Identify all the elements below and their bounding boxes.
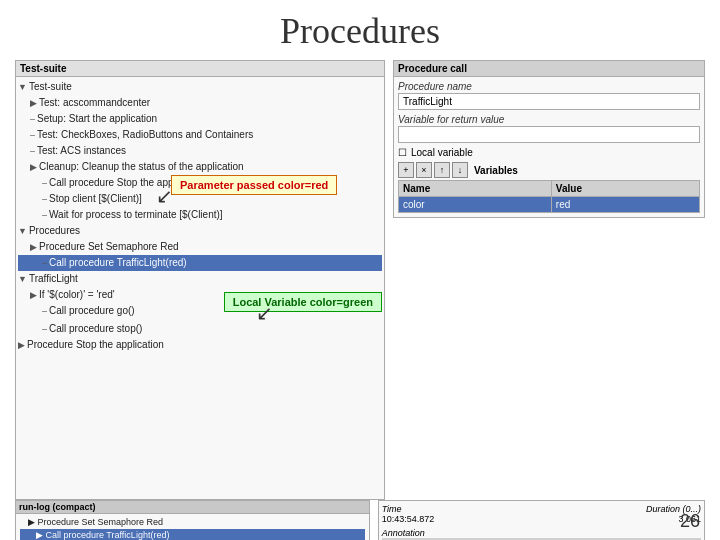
variable-return-value[interactable] <box>398 126 700 143</box>
collapse-icon: ▼ <box>18 272 27 286</box>
tree-item-label: Test-suite <box>29 80 72 94</box>
expand-icon: ▶ <box>30 96 37 110</box>
dash-icon: – <box>42 322 47 336</box>
tree-item[interactable]: – Setup: Start the application <box>18 111 382 127</box>
tree-area: ▼ Test-suite ▶ Test: acscommandcenter – … <box>16 77 384 497</box>
run-log-header: run-log (compact) <box>16 501 369 514</box>
tree-item-label: Procedure Set Semaphore Red <box>39 240 179 254</box>
dash-icon: – <box>42 208 47 222</box>
collapse-icon: ▼ <box>18 224 27 238</box>
test-suite-header: Test-suite <box>16 61 384 77</box>
tree-item-label: Call procedure TrafficLight(red) <box>49 256 187 270</box>
table-row[interactable]: color red <box>399 197 700 213</box>
time-section: Time 10:43:54.872 <box>382 504 435 524</box>
tree-item-label: If '$(color)' = 'red' <box>39 288 115 302</box>
dash-icon: – <box>42 176 47 190</box>
variable-return-label: Variable for return value <box>398 114 700 125</box>
tree-item-label: Procedure Stop the application <box>27 338 164 352</box>
tree-item[interactable]: – Test: CheckBoxes, RadioButtons and Con… <box>18 127 382 143</box>
log-area: ▶ Procedure Set Semaphore Red ▶ Call pro… <box>16 514 369 540</box>
expand-icon: ▶ <box>30 240 37 254</box>
right-panel: Procedure call Procedure name TrafficLig… <box>393 60 705 500</box>
tree-item[interactable]: ▼ Procedures <box>18 223 382 239</box>
page-number: 26 <box>680 511 700 532</box>
tree-item-label: Wait for process to terminate [$(Client)… <box>49 208 223 222</box>
collapse-icon: ▼ <box>18 80 27 94</box>
tree-item-label: Setup: Start the application <box>37 112 157 126</box>
log-item: ▶ Procedure Set Semaphore Red <box>20 516 365 529</box>
tree-item-highlighted[interactable]: – Call procedure TrafficLight(red) <box>18 255 382 271</box>
tree-item[interactable]: ▶ Cleanup: Cleanup the status of the app… <box>18 159 382 175</box>
tree-item[interactable]: ▶ Procedure Stop the application <box>18 337 382 353</box>
expand-icon: ▶ <box>18 338 25 352</box>
tree-item-label: Test: ACS instances <box>37 144 126 158</box>
time-label: Time <box>382 504 435 514</box>
test-suite-panel: Test-suite ▼ Test-suite ▶ Test: acscomma… <box>15 60 385 500</box>
arrow-left-icon: ↙ <box>156 184 173 208</box>
dash-icon: – <box>30 128 35 142</box>
page-title: Procedures <box>0 0 720 60</box>
checkbox-icon[interactable]: ☐ <box>398 147 407 158</box>
dash-icon: – <box>42 256 47 270</box>
tree-item-label: Test: CheckBoxes, RadioButtons and Conta… <box>37 128 253 142</box>
dash-icon: – <box>42 304 47 318</box>
tree-item[interactable]: – Wait for process to terminate [$(Clien… <box>18 207 382 223</box>
expand-icon: ▶ <box>30 160 37 174</box>
var-value-cell: red <box>551 197 699 213</box>
dash-icon: – <box>30 112 35 126</box>
local-variable-label: Local variable <box>411 147 473 158</box>
delete-variable-button[interactable]: × <box>416 162 432 178</box>
run-log-panel: run-log (compact) ▶ Procedure Set Semaph… <box>15 500 370 540</box>
var-name-cell: color <box>399 197 552 213</box>
tree-item[interactable]: ▶ Test: acscommandcenter <box>18 95 382 111</box>
duration-label: Duration (0...) <box>440 504 701 514</box>
tree-item-label: Procedures <box>29 224 80 238</box>
move-down-button[interactable]: ↓ <box>452 162 468 178</box>
tree-item[interactable]: ▼ Test-suite <box>18 79 382 95</box>
tree-item[interactable]: – Test: ACS instances <box>18 143 382 159</box>
tree-item[interactable]: ▼ TrafficLight <box>18 271 382 287</box>
tree-item-label: TrafficLight <box>29 272 78 286</box>
procedure-name-value[interactable]: TrafficLight <box>398 93 700 110</box>
variables-table: Name Value color red <box>398 180 700 213</box>
tree-item-label: Test: acscommandcenter <box>39 96 150 110</box>
procedure-name-label: Procedure name <box>398 81 700 92</box>
tree-item-label: Call procedure stop() <box>49 322 142 336</box>
procedure-name-row: Procedure name TrafficLight <box>398 81 700 110</box>
log-item-highlighted[interactable]: ▶ Call procedure TrafficLight(red) <box>20 529 365 540</box>
tree-item-label: Call procedure go() <box>49 304 135 318</box>
tree-item[interactable]: ▶ Procedure Set Semaphore Red <box>18 239 382 255</box>
proc-call-panel: Procedure call Procedure name TrafficLig… <box>393 60 705 218</box>
proc-call-header: Procedure call <box>394 61 704 77</box>
bottom-proc-panel: Time 10:43:54.872 Duration (0...) 3 061 … <box>379 501 704 540</box>
variable-return-row: Variable for return value <box>398 114 700 143</box>
expand-icon: ▶ <box>30 288 37 302</box>
arrow-left2-icon: ↙ <box>256 301 273 325</box>
variables-label: Variables <box>474 165 518 176</box>
duration-section: Duration (0...) 3 061 <box>440 504 701 524</box>
tree-item-label: Stop client [$(Client)] <box>49 192 142 206</box>
add-variable-button[interactable]: + <box>398 162 414 178</box>
dash-icon: – <box>42 192 47 206</box>
annotation-label: Annotation <box>382 528 701 538</box>
time-value: 10:43:54.872 <box>382 514 435 524</box>
local-var-tooltip: Local Variable color=green <box>224 292 382 312</box>
col-name-header: Name <box>399 181 552 197</box>
tree-item-label: Cleanup: Cleanup the status of the appli… <box>39 160 244 174</box>
bottom-right-panel: Time 10:43:54.872 Duration (0...) 3 061 … <box>378 500 705 540</box>
col-value-header: Value <box>551 181 699 197</box>
move-up-button[interactable]: ↑ <box>434 162 450 178</box>
local-variable-row: ☐ Local variable <box>398 147 700 158</box>
variables-toolbar: + × ↑ ↓ Variables <box>398 162 700 178</box>
tree-item[interactable]: – Call procedure stop() <box>18 321 382 337</box>
param-tooltip: Parameter passed color=red <box>171 175 337 195</box>
duration-value: 3 061 <box>440 514 701 524</box>
dash-icon: – <box>30 144 35 158</box>
